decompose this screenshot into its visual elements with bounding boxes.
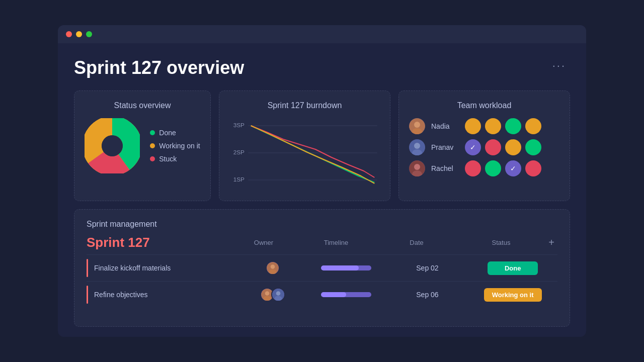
workload-grid: Nadia bbox=[409, 118, 559, 176]
task-date-1: Sep 02 bbox=[387, 264, 468, 272]
burndown-chart: 3SP 2SP 1SP bbox=[229, 118, 380, 189]
rachel-status-1[interactable] bbox=[465, 160, 481, 176]
burndown-title: Sprint 127 burndown bbox=[229, 101, 380, 110]
svg-point-15 bbox=[414, 143, 420, 149]
owner-avatar-1a bbox=[266, 261, 280, 275]
avatar-nadia bbox=[409, 118, 425, 134]
nadia-status-1[interactable] bbox=[465, 118, 481, 134]
avatar-pranav bbox=[409, 139, 425, 155]
task-row-1: Finalize kickoff materials bbox=[87, 254, 557, 281]
task-name-1: Finalize kickoff materials bbox=[94, 264, 240, 272]
svg-point-4 bbox=[102, 135, 123, 156]
task-owner-1 bbox=[240, 261, 305, 275]
pranav-status-2[interactable] bbox=[485, 139, 501, 155]
col-status-label: Status bbox=[457, 239, 545, 246]
legend: Done Working on it Stuck bbox=[150, 129, 200, 163]
nadia-status-circles bbox=[465, 118, 541, 134]
done-dot bbox=[150, 130, 155, 135]
col-timeline-label: Timeline bbox=[296, 239, 376, 246]
task-status-1: Done bbox=[468, 261, 557, 275]
svg-point-18 bbox=[414, 164, 420, 170]
task-owner-2 bbox=[240, 288, 305, 302]
task-timeline-1 bbox=[305, 265, 387, 270]
nadia-status-2[interactable] bbox=[485, 118, 501, 134]
member-name-rachel: Rachel bbox=[431, 164, 459, 172]
owner-avatar-2b bbox=[271, 288, 285, 302]
workload-row-nadia: Nadia bbox=[409, 118, 559, 134]
rachel-status-2[interactable] bbox=[485, 160, 501, 176]
pranav-status-3[interactable] bbox=[505, 139, 521, 155]
sprint-header: Sprint 127 Owner Timeline Date Status + bbox=[87, 235, 557, 250]
more-options-button[interactable]: ··· bbox=[548, 57, 570, 74]
status-body: Done Working on it Stuck bbox=[85, 118, 200, 173]
pranav-status-4[interactable] bbox=[525, 139, 541, 155]
page-header: Sprint 127 overview ··· bbox=[74, 57, 570, 78]
pranav-status-circles: ✓ bbox=[465, 139, 541, 155]
status-badge-working[interactable]: Working on it bbox=[484, 288, 542, 302]
svg-point-24 bbox=[265, 291, 270, 296]
task-bar-1 bbox=[87, 259, 88, 277]
task-name-2: Refine objectives bbox=[94, 291, 240, 299]
svg-point-27 bbox=[276, 291, 281, 296]
nadia-status-3[interactable] bbox=[505, 118, 521, 134]
task-row-2: Refine objectives bbox=[87, 281, 557, 308]
svg-point-21 bbox=[271, 264, 275, 269]
task-status-2: Working on it bbox=[468, 288, 557, 302]
workload-row-rachel: Rachel ✓ bbox=[409, 160, 559, 176]
task-timeline-2 bbox=[305, 292, 387, 297]
svg-text:3SP: 3SP bbox=[233, 122, 245, 128]
burndown-card: Sprint 127 burndown 3SP 2SP 1SP bbox=[219, 90, 390, 201]
page-title: Sprint 127 overview bbox=[74, 57, 244, 78]
nadia-status-4[interactable] bbox=[525, 118, 541, 134]
pranav-status-1[interactable]: ✓ bbox=[465, 139, 481, 155]
timeline-bar-2 bbox=[321, 292, 371, 297]
sprint-name: Sprint 127 bbox=[87, 235, 231, 250]
titlebar bbox=[58, 25, 586, 43]
svg-text:2SP: 2SP bbox=[233, 149, 245, 155]
cards-row: Status overview bbox=[74, 90, 570, 201]
owner-avatars-2 bbox=[260, 288, 285, 302]
working-label: Working on it bbox=[159, 142, 200, 150]
rachel-status-circles: ✓ bbox=[465, 160, 541, 176]
avatar-rachel bbox=[409, 160, 425, 176]
timeline-fill-1 bbox=[321, 265, 359, 270]
add-task-button[interactable]: + bbox=[545, 237, 557, 248]
done-label: Done bbox=[159, 129, 176, 137]
task-date-2: Sep 06 bbox=[387, 291, 468, 299]
pie-chart bbox=[85, 118, 140, 173]
stuck-dot bbox=[150, 156, 155, 161]
workload-row-pranav: Pranav ✓ bbox=[409, 139, 559, 155]
sprint-management-card: Sprint management Sprint 127 Owner Timel… bbox=[74, 209, 570, 327]
col-owner-label: Owner bbox=[231, 239, 296, 246]
col-date-label: Date bbox=[376, 239, 457, 246]
member-name-nadia: Nadia bbox=[431, 122, 459, 130]
member-name-pranav: Pranav bbox=[431, 143, 459, 151]
status-overview-title: Status overview bbox=[85, 101, 200, 110]
legend-working: Working on it bbox=[150, 142, 200, 150]
team-workload-card: Team workload Nadia bbox=[398, 90, 570, 201]
rachel-status-3[interactable]: ✓ bbox=[505, 160, 521, 176]
timeline-bar-1 bbox=[321, 265, 371, 270]
svg-point-12 bbox=[414, 122, 420, 128]
status-overview-card: Status overview bbox=[74, 90, 211, 201]
rachel-status-4[interactable] bbox=[525, 160, 541, 176]
sprint-management-title: Sprint management bbox=[87, 220, 557, 229]
timeline-fill-2 bbox=[321, 292, 346, 297]
main-content: Sprint 127 overview ··· Status overview bbox=[58, 43, 586, 337]
legend-done: Done bbox=[150, 129, 200, 137]
minimize-dot[interactable] bbox=[76, 31, 82, 37]
stuck-label: Stuck bbox=[159, 155, 177, 163]
legend-stuck: Stuck bbox=[150, 155, 200, 163]
task-bar-2 bbox=[87, 286, 88, 304]
working-dot bbox=[150, 143, 155, 148]
owner-avatars-1 bbox=[266, 261, 280, 275]
status-badge-done[interactable]: Done bbox=[488, 261, 538, 275]
app-window: Sprint 127 overview ··· Status overview bbox=[58, 25, 586, 337]
close-dot[interactable] bbox=[66, 31, 72, 37]
team-workload-title: Team workload bbox=[409, 101, 559, 110]
svg-text:1SP: 1SP bbox=[233, 176, 245, 183]
maximize-dot[interactable] bbox=[86, 31, 92, 37]
